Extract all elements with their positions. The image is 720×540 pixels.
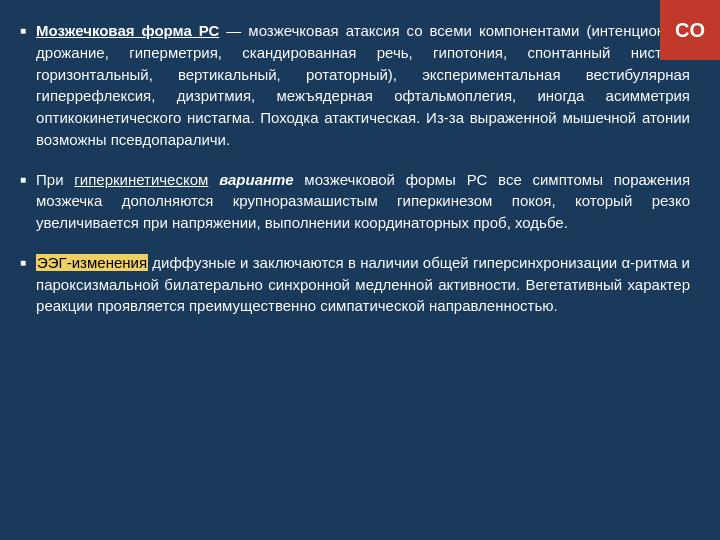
item-text-1: Мозжечковая форма РС — мозжечковая атакс… xyxy=(36,20,690,151)
item3-highlight: ЭЭГ-изменения xyxy=(36,254,148,271)
item2-underline: гиперкинетическом xyxy=(74,171,208,188)
top-bar-label: CO xyxy=(660,0,720,60)
list-item: При гиперкинетическом варианте мозжечков… xyxy=(20,169,690,234)
main-content: Мозжечковая форма РС — мозжечковая атакс… xyxy=(0,0,720,355)
item1-body: — мозжечковая атаксия со всеми компонент… xyxy=(36,22,690,148)
bullet-list: Мозжечковая форма РС — мозжечковая атакс… xyxy=(20,20,690,317)
item1-heading: Мозжечковая форма РС xyxy=(36,22,219,39)
item-text-3: ЭЭГ-изменения диффузные и заключаются в … xyxy=(36,252,690,317)
item2-pre: При xyxy=(36,171,74,188)
item-text-2: При гиперкинетическом варианте мозжечков… xyxy=(36,169,690,234)
list-item: Мозжечковая форма РС — мозжечковая атакс… xyxy=(20,20,690,151)
item2-bolditalic: варианте xyxy=(219,171,293,188)
list-item: ЭЭГ-изменения диффузные и заключаются в … xyxy=(20,252,690,317)
